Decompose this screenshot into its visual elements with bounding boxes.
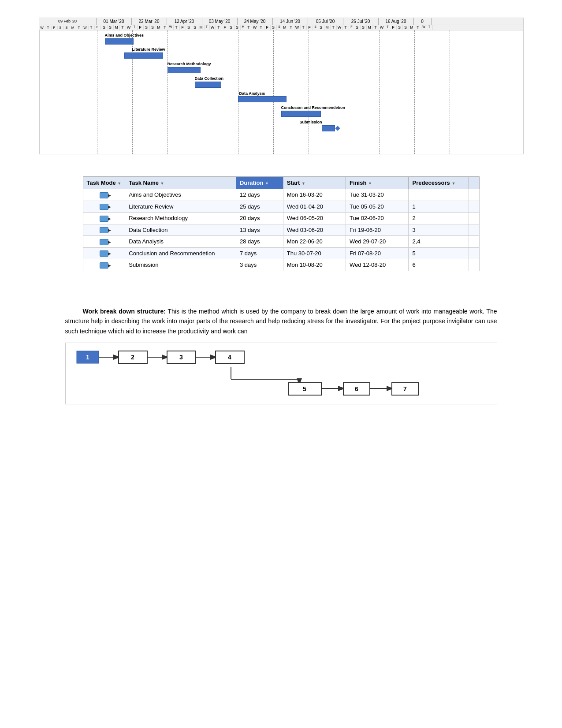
sort-arrow-taskmode: ▼ — [117, 181, 121, 186]
duration-cell: 13 days — [236, 224, 283, 236]
sort-arrow-pred: ▼ — [451, 181, 455, 186]
svg-text:2: 2 — [131, 354, 134, 361]
pred-cell — [409, 189, 469, 201]
gantt-vline — [450, 30, 450, 154]
task-name-cell: Aims and Objectives — [125, 189, 236, 201]
task-name-cell: Literature Review — [125, 201, 236, 213]
svg-text:4: 4 — [228, 354, 231, 361]
gantt-vline — [309, 30, 309, 154]
gantt-body: Aims and Objectives Literature Review Re… — [39, 30, 523, 154]
gantt-header-cell: 26 Jul '20 — [343, 18, 379, 25]
extra-cell — [469, 236, 479, 248]
gantt-bar-aims — [105, 38, 134, 45]
finish-cell: Wed 29-07-20 — [346, 236, 409, 248]
extra-cell — [469, 259, 479, 271]
gantt-header-cell: 05 Jul '20 — [308, 18, 343, 25]
gantt-vline — [167, 30, 168, 154]
gantt-header-cell: 16 Aug '20 — [379, 18, 414, 25]
start-cell: Mon 16-03-20 — [283, 189, 346, 201]
sort-arrow-finish: ▼ — [368, 181, 372, 186]
pred-cell: 1 — [409, 201, 469, 213]
col-task-name[interactable]: Task Name ▼ — [125, 177, 236, 189]
table-row: ▶ Data Analysis 28 days Mon 22-06-20 Wed… — [83, 236, 479, 248]
table-row: ▶ Data Collection 13 days Wed 03-06-20 F… — [83, 224, 479, 236]
gantt-header-row2: W T F S S M T W T F S S M T W T F S S M … — [39, 25, 523, 30]
icon-cell: ▶ — [83, 213, 125, 224]
task-table: Task Mode ▼ Task Name ▼ Duration ▼ Start… — [83, 176, 480, 271]
gantt-vline — [203, 30, 203, 154]
gantt-bar-label-aims: Aims and Objectives — [105, 33, 144, 37]
gantt-bar-label-dataanalysis: Data Analysis — [239, 91, 265, 96]
gantt-vline — [238, 30, 238, 154]
col-extra — [469, 177, 479, 189]
pred-cell: 2,4 — [409, 236, 469, 248]
col-finish[interactable]: Finish ▼ — [346, 177, 409, 189]
table-row: ▶ Research Methodology 20 days Wed 06-05… — [83, 213, 479, 224]
table-row: ▶ Submission 3 days Mon 10-08-20 Wed 12-… — [83, 259, 479, 271]
pred-cell: 6 — [409, 259, 469, 271]
start-cell: Mon 22-06-20 — [283, 236, 346, 248]
task-mode-icon: ▶ — [100, 192, 108, 198]
gantt-header-cell: 01 Mar '20 — [97, 18, 132, 25]
finish-cell: Fri 07-08-20 — [346, 247, 409, 259]
svg-text:1: 1 — [86, 354, 89, 361]
table-row: ▶ Literature Review 25 days Wed 01-04-20… — [83, 201, 479, 213]
wbs-label: Work break down structure: — [83, 308, 166, 315]
finish-cell: Fri 19-06-20 — [346, 224, 409, 236]
gantt-section: 09 Feb '20 01 Mar '20 22 Mar '20 12 Apr … — [39, 18, 524, 154]
start-cell: Mon 10-08-20 — [283, 259, 346, 271]
gantt-vline — [414, 30, 415, 154]
duration-cell: 7 days — [236, 247, 283, 259]
gantt-bar-research — [167, 67, 201, 73]
task-name-cell: Submission — [125, 259, 236, 271]
icon-cell: ▶ — [83, 247, 125, 259]
gantt-header-cell: 14 Jun '20 — [273, 18, 308, 25]
sort-arrow-start: ▼ — [301, 181, 305, 186]
svg-text:6: 6 — [355, 385, 358, 392]
duration-cell: 3 days — [236, 259, 283, 271]
task-mode-icon: ▶ — [100, 250, 108, 257]
gantt-vline — [379, 30, 380, 154]
task-mode-icon: ▶ — [100, 204, 108, 210]
finish-cell: Wed 12-08-20 — [346, 259, 409, 271]
start-cell: Wed 03-06-20 — [283, 224, 346, 236]
extra-cell — [469, 213, 479, 224]
extra-cell — [469, 247, 479, 259]
svg-text:5: 5 — [303, 385, 306, 392]
table-row: ▶ Aims and Objectives 12 days Mon 16-03-… — [83, 189, 479, 201]
task-name-cell: Data Collection — [125, 224, 236, 236]
gantt-header: 09 Feb '20 01 Mar '20 22 Mar '20 12 Apr … — [39, 18, 523, 25]
svg-text:3: 3 — [179, 354, 183, 361]
gantt-header-cell: 22 Mar '20 — [132, 18, 167, 25]
gantt-header-cell: 24 May '20 — [238, 18, 273, 25]
start-cell: Thu 30-07-20 — [283, 247, 346, 259]
pred-cell: 5 — [409, 247, 469, 259]
col-predecessors[interactable]: Predecessors ▼ — [409, 177, 469, 189]
task-name-cell: Conclusion and Recommendetion — [125, 247, 236, 259]
extra-cell — [469, 224, 479, 236]
gantt-header-cell: 0 — [414, 18, 432, 25]
start-cell: Wed 06-05-20 — [283, 213, 346, 224]
gantt-bar-label-datacol: Data Collection — [195, 76, 224, 81]
gantt-header-cell: 12 Apr '20 — [167, 18, 202, 25]
finish-cell: Tue 02-06-20 — [346, 213, 409, 224]
col-duration[interactable]: Duration ▼ — [236, 177, 283, 189]
duration-cell: 12 days — [236, 189, 283, 201]
finish-cell: Tue 31-03-20 — [346, 189, 409, 201]
pred-cell: 2 — [409, 213, 469, 224]
gantt-bar-submission — [322, 125, 335, 131]
table-section: Task Mode ▼ Task Name ▼ Duration ▼ Start… — [83, 176, 480, 271]
icon-cell: ▶ — [83, 236, 125, 248]
col-task-mode[interactable]: Task Mode ▼ — [83, 177, 125, 189]
gantt-bar-litreview — [124, 52, 163, 59]
finish-cell: Tue 05-05-20 — [346, 201, 409, 213]
extra-cell — [469, 201, 479, 213]
gantt-vline — [97, 30, 97, 154]
pred-cell: 3 — [409, 224, 469, 236]
icon-cell: ▶ — [83, 189, 125, 201]
duration-cell: 20 days — [236, 213, 283, 224]
gantt-header-cell: 03 May '20 — [202, 18, 238, 25]
col-start[interactable]: Start ▼ — [283, 177, 346, 189]
gantt-header-cell: 09 Feb '20 — [39, 18, 97, 25]
icon-cell: ▶ — [83, 201, 125, 213]
